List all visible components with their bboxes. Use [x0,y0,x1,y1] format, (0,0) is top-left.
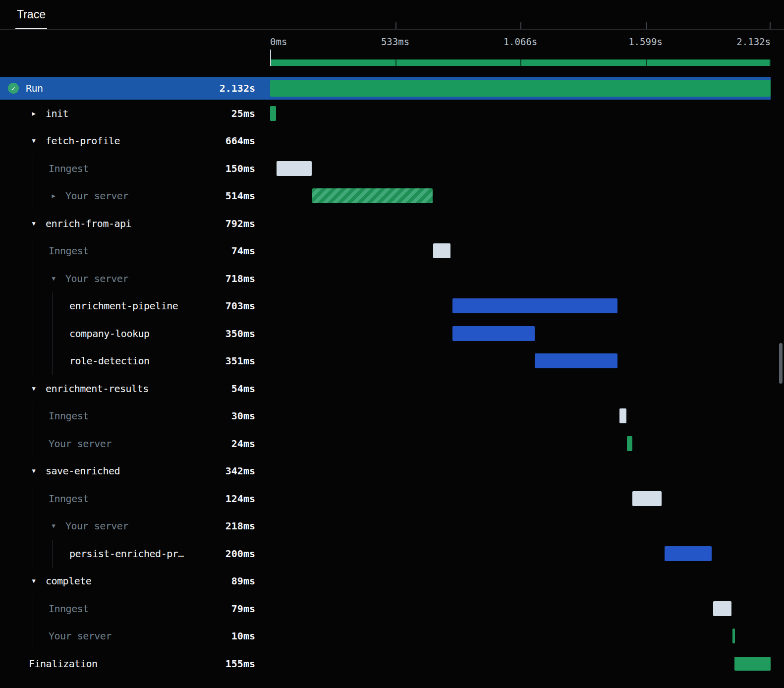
tree-guide-line [33,513,33,540]
indent-spacer [0,361,69,361]
indent-spacer [0,443,49,444]
chevron-right-icon[interactable]: ▶ [49,193,58,199]
trace-row[interactable]: Inngest 30ms [0,402,771,430]
trace-row[interactable]: ▼ fetch-profile 664ms [0,127,771,155]
scrollbar-thumb[interactable] [779,343,783,384]
tree-guide-line [33,347,33,375]
span-bar[interactable] [433,243,450,258]
axis-tick-label: 1.066s [504,36,538,47]
span-bar[interactable] [713,601,731,616]
axis-tick-label: 2.132s [736,36,771,47]
span-duration: 218ms [225,520,255,532]
trace-row-label-cell: ▼ enrich-from-api 792ms [0,210,270,237]
trace-row[interactable]: Inngest 74ms [0,237,771,265]
trace-row[interactable]: ▶ Your server 514ms [0,182,771,210]
indent-spacer [0,333,69,334]
span-duration: 350ms [225,328,255,340]
trace-row-label-cell: ▶ Your server 514ms [0,182,270,210]
tree-guide-line [33,182,33,210]
trace-row-label-cell: ✓ Run 2.132s [0,77,270,100]
trace-row[interactable]: Inngest 150ms [0,155,771,182]
span-name: Inngest [49,410,89,422]
trace-row-label-cell: ▶ init 25ms [0,100,270,127]
trace-row[interactable]: Your server 24ms [0,430,771,458]
timeline-header: 0ms 533ms 1.066s 1.599s 2.132s [0,30,784,77]
trace-row[interactable]: company-lookup 350ms [0,320,771,347]
span-duration: 89ms [231,575,255,587]
chevron-down-icon[interactable]: ▼ [29,386,39,392]
trace-row-label-cell: ▼ save-enriched 342ms [0,458,270,485]
indent-spacer [0,608,49,609]
span-duration: 718ms [225,273,255,285]
span-name: Your server [65,520,128,532]
trace-row-label-cell: persist-enriched-pr… 200ms [0,540,270,568]
chevron-down-icon[interactable]: ▼ [29,221,39,227]
trace-row[interactable]: ▼ Your server 218ms [0,513,771,540]
trace-row[interactable]: Finalization 155ms [0,650,771,678]
timeline-minimap[interactable] [270,59,771,66]
timeline-track [270,265,771,292]
span-bar[interactable] [632,491,662,506]
trace-row[interactable]: ▼ Your server 718ms [0,265,771,292]
tree-guide-line [52,292,53,320]
chevron-down-icon[interactable]: ▼ [29,138,39,144]
chevron-down-icon[interactable]: ▼ [29,578,39,584]
span-bar[interactable] [619,408,626,423]
span-duration: 150ms [225,163,255,174]
timeline-track [270,320,771,347]
trace-row[interactable]: role-detection 351ms [0,347,771,375]
trace-row-label-cell: ▼ Your server 718ms [0,265,270,292]
chevron-down-icon[interactable]: ▼ [49,523,58,529]
span-bar[interactable] [732,629,735,643]
tree-guide-line [33,265,33,292]
chevron-right-icon[interactable]: ▶ [29,111,39,116]
indent-spacer [0,278,49,279]
trace-row-label-cell: enrichment-pipeline 703ms [0,292,270,320]
chevron-down-icon[interactable]: ▼ [29,468,39,474]
trace-row[interactable]: enrichment-pipeline 703ms [0,292,771,320]
trace-row[interactable]: Your server 10ms [0,623,771,650]
trace-row-label-cell: Inngest 79ms [0,595,270,623]
span-name: Finalization [29,658,98,670]
trace-row[interactable]: ▼ save-enriched 342ms [0,458,771,485]
indent-spacer [0,663,29,664]
timeline-track [270,347,771,375]
span-bar[interactable] [665,546,712,561]
trace-row[interactable]: ✓ Run 2.132s [0,77,771,100]
tab-trace[interactable]: Trace [16,0,46,29]
span-bar[interactable] [270,106,276,121]
trace-row[interactable]: Inngest 79ms [0,595,771,623]
span-duration: 703ms [225,300,255,312]
trace-row[interactable]: ▼ enrich-from-api 792ms [0,210,771,237]
trace-row[interactable]: ▶ init 25ms [0,100,771,127]
timeline-track [270,237,771,265]
span-bar[interactable] [734,657,771,671]
indent-spacer [0,526,49,526]
trace-row[interactable]: Inngest 124ms [0,485,771,513]
minimap-tick [520,59,521,66]
span-bar[interactable] [270,80,771,97]
span-bar[interactable] [312,188,433,203]
indent-spacer [0,581,29,581]
timeline-track [270,540,771,568]
trace-row[interactable]: persist-enriched-pr… 200ms [0,540,771,568]
chevron-down-icon[interactable]: ▼ [49,276,58,282]
tree-guide-line [33,430,33,458]
minimap-tick [395,59,396,66]
axis-tick-mark [646,22,647,29]
span-bar[interactable] [277,161,312,176]
span-name: Your server [65,190,128,202]
span-duration: 25ms [231,108,255,119]
indent-spacer [0,553,69,554]
span-bar[interactable] [452,326,535,341]
trace-row[interactable]: ▼ complete 89ms [0,568,771,595]
span-bar[interactable] [452,298,617,313]
tab-trace-label: Trace [17,8,46,21]
span-bar[interactable] [627,436,632,451]
span-duration: 124ms [225,493,255,505]
span-name: Inngest [49,163,89,174]
span-bar[interactable] [535,353,617,368]
span-duration: 155ms [225,658,255,670]
timeline-track [270,210,771,237]
trace-row[interactable]: ▼ enrichment-results 54ms [0,375,771,402]
